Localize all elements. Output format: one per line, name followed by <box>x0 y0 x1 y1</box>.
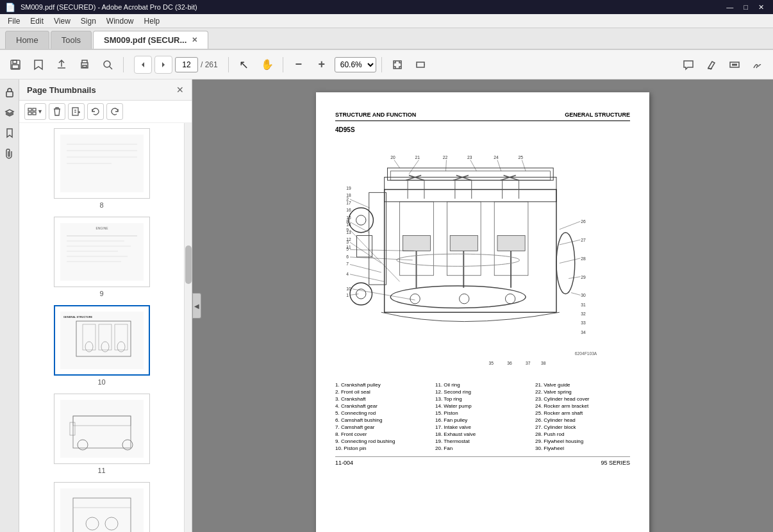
collapse-panel-btn[interactable]: ◀ <box>192 293 201 319</box>
svg-text:ENGINE: ENGINE <box>96 226 108 230</box>
sidebar-icon-lock[interactable] <box>2 85 17 100</box>
svg-line-121 <box>571 293 580 295</box>
svg-line-135 <box>470 160 477 171</box>
menu-file[interactable]: File <box>3 15 25 27</box>
thumbnail-page-12[interactable]: 12 <box>24 482 179 532</box>
parts-list-item: 2. Front oil seal <box>335 389 430 395</box>
parts-list-item: 3. Crankshaft <box>335 396 430 402</box>
sidebar-icon-bookmark[interactable] <box>2 126 17 141</box>
svg-text:37: 37 <box>526 361 531 365</box>
next-page-button[interactable] <box>154 56 172 74</box>
parts-list-item: 25. Rocker arm shaft <box>535 410 630 416</box>
parts-list-item: 5. Connecting rod <box>335 410 430 416</box>
menu-window[interactable]: Window <box>101 15 139 27</box>
svg-line-111 <box>353 289 415 300</box>
page-number-input[interactable] <box>175 57 198 72</box>
fit-page-button[interactable] <box>387 54 408 75</box>
parts-list-item: 23. Cylinder head cover <box>535 396 630 402</box>
svg-rect-15 <box>28 112 31 115</box>
hand-tool-button[interactable]: ✋ <box>257 54 278 75</box>
svg-text:26: 26 <box>581 219 586 224</box>
prev-page-button[interactable] <box>134 56 152 74</box>
parts-list-item: 4. Crankshaft gear <box>335 403 430 409</box>
svg-line-136 <box>497 160 501 171</box>
delete-page-btn[interactable] <box>49 103 65 120</box>
thumbnail-page-11[interactable]: 11 <box>24 394 179 474</box>
sign-button[interactable] <box>747 54 768 75</box>
svg-line-119 <box>569 277 580 279</box>
svg-text:GENERAL STRUCTURE: GENERAL STRUCTURE <box>63 315 93 319</box>
parts-list-item: 12. Second ring <box>435 389 530 395</box>
parts-list-item: 18. Exhaust valve <box>435 431 530 437</box>
print-button[interactable] <box>74 54 95 75</box>
svg-text:7: 7 <box>346 262 349 266</box>
svg-line-84 <box>501 176 516 181</box>
select-tool-button[interactable]: ↖ <box>234 54 254 75</box>
undo-btn[interactable] <box>87 103 104 120</box>
panel-close-btn[interactable]: ✕ <box>176 85 184 95</box>
fit-width-button[interactable] <box>410 54 431 75</box>
svg-line-95 <box>350 199 370 208</box>
sidebar-icon-paperclip[interactable] <box>2 146 17 162</box>
enhance-button[interactable] <box>97 54 118 75</box>
panel-title: Page Thumbnails <box>27 85 96 95</box>
menu-edit[interactable]: Edit <box>25 15 49 27</box>
svg-text:34: 34 <box>581 330 586 335</box>
comment-button[interactable] <box>678 54 699 75</box>
menu-view[interactable]: View <box>49 15 76 27</box>
bookmark-button[interactable] <box>28 54 49 75</box>
parts-list: 1. Crankshaft pulley 11. Oil ring 21. Va… <box>335 382 630 451</box>
thumbnail-options-dropdown[interactable]: ▼ <box>24 103 46 120</box>
tab-document[interactable]: SM009.pdf (SECUR... ✕ <box>93 31 208 49</box>
insert-page-btn[interactable] <box>68 103 85 120</box>
menu-sign[interactable]: Sign <box>76 15 101 27</box>
share-upload-button[interactable] <box>51 54 72 75</box>
minimize-btn[interactable]: — <box>722 3 737 12</box>
svg-rect-2 <box>12 65 19 69</box>
maximize-btn[interactable]: □ <box>740 3 752 12</box>
zoom-out-button[interactable]: − <box>288 54 309 75</box>
svg-text:18: 18 <box>346 193 351 197</box>
svg-text:38: 38 <box>541 361 546 365</box>
svg-line-134 <box>446 160 447 171</box>
svg-text:11: 11 <box>346 245 351 249</box>
highlight-button[interactable] <box>701 54 722 75</box>
parts-list-item: 7. Camshaft gear <box>335 424 430 430</box>
svg-text:28: 28 <box>581 256 586 261</box>
redo-btn[interactable] <box>106 103 123 120</box>
tab-home[interactable]: Home <box>5 31 49 49</box>
title-bar: 📄 SM009.pdf (SECURED) - Adobe Acrobat Pr… <box>0 0 773 14</box>
scrollbar-thumb[interactable] <box>185 245 192 284</box>
svg-line-6 <box>110 67 112 69</box>
svg-rect-14 <box>33 108 36 111</box>
svg-rect-7 <box>394 61 401 69</box>
thumbnail-page-10[interactable]: GENERAL STRUCTURE 10 <box>24 305 179 386</box>
save-button[interactable] <box>5 54 26 75</box>
close-btn[interactable]: ✕ <box>754 3 768 12</box>
tab-close-btn[interactable]: ✕ <box>192 36 197 44</box>
sidebar-icon-layers[interactable] <box>2 105 17 121</box>
zoom-in-button[interactable]: + <box>312 54 332 75</box>
page-navigation: / 261 <box>134 56 218 74</box>
redact-button[interactable] <box>724 54 745 75</box>
menu-help[interactable]: Help <box>139 15 165 27</box>
tab-tools[interactable]: Tools <box>51 31 92 49</box>
thumbnail-page-9[interactable]: ENGINE 9 <box>24 217 179 297</box>
svg-line-81 <box>456 176 472 181</box>
pdf-header-left: STRUCTURE AND FUNCTION <box>335 112 416 118</box>
thumbnail-page-8[interactable]: 8 <box>24 128 179 209</box>
svg-text:15: 15 <box>346 215 351 220</box>
svg-text:16: 16 <box>346 208 351 212</box>
svg-text:1: 1 <box>346 293 349 297</box>
thumbnail-label-10: 10 <box>97 378 105 386</box>
window-controls[interactable]: — □ ✕ <box>722 3 768 12</box>
svg-text:27: 27 <box>581 238 586 242</box>
parts-list-item: 13. Top ring <box>435 396 530 402</box>
svg-point-5 <box>104 61 110 67</box>
zoom-select[interactable]: 60.6% 50% 75% 100% 125% 150% <box>335 57 376 72</box>
panel-scrollbar[interactable] <box>184 123 192 532</box>
svg-rect-61 <box>403 235 430 251</box>
svg-text:22: 22 <box>443 155 448 160</box>
app-icon: 📄 <box>5 3 15 12</box>
parts-list-item: 24. Rocker arm bracket <box>535 403 630 409</box>
